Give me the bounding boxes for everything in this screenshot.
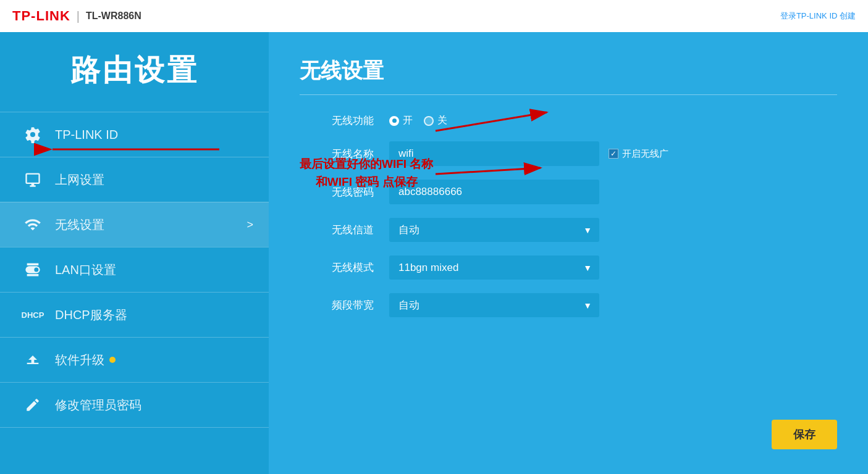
wireless-function-radio-group: 开 关: [389, 114, 447, 127]
sidebar-item-password-label: 修改管理员密码: [55, 397, 141, 414]
layout: 路由设置 TP-LINK ID 上网设置: [0, 32, 868, 474]
wireless-password-row: 无线密码: [300, 180, 837, 204]
wireless-mode-select-wrapper: 11bgn mixed 11b only 11g only 11n only ▼: [389, 256, 599, 280]
wireless-mode-label: 无线模式: [300, 260, 374, 275]
wireless-password-input[interactable]: [389, 180, 599, 204]
wireless-password-label: 无线密码: [300, 185, 374, 199]
sidebar-item-wireless[interactable]: 无线设置 >: [0, 202, 269, 247]
sidebar-item-lan-label: LAN口设置: [55, 262, 116, 278]
wireless-channel-select-wrapper: 自动 1234 5678 910111213 ▼: [389, 218, 599, 242]
wireless-bandwidth-select-wrapper: 自动 20MHz 40MHz ▼: [389, 293, 599, 317]
wifi-icon: [22, 214, 44, 236]
sidebar-item-internet-label: 上网设置: [55, 172, 104, 188]
page-title: 无线设置: [300, 57, 837, 95]
wireless-bandwidth-select[interactable]: 自动 20MHz 40MHz: [389, 293, 599, 317]
wireless-channel-row: 无线信道 自动 1234 5678 910111213 ▼: [300, 218, 837, 242]
header: TP-LINK | TL-WR886N 登录TP-LINK ID 创建: [0, 0, 868, 32]
sidebar-item-internet[interactable]: 上网设置: [0, 157, 269, 202]
wireless-mode-select[interactable]: 11bgn mixed 11b only 11g only 11n only: [389, 256, 599, 280]
wireless-name-label: 无线名称: [300, 147, 374, 161]
wireless-mode-row: 无线模式 11bgn mixed 11b only 11g only 11n o…: [300, 256, 837, 280]
save-button[interactable]: 保存: [772, 420, 837, 449]
radio-on-indicator: [389, 116, 399, 126]
wireless-on-label: 开: [403, 114, 413, 127]
enable-broadcast-label: 开启无线广: [622, 148, 668, 160]
header-account-links[interactable]: 登录TP-LINK ID 创建: [780, 10, 856, 22]
enable-broadcast-checkbox-label[interactable]: ✓ 开启无线广: [609, 148, 668, 160]
header-logo: TP-LINK | TL-WR886N: [12, 8, 141, 24]
logo-brand: TP-LINK: [12, 8, 70, 24]
main-content: 无线设置 无线功能 开 关 无线名称 ✓ 开启无线广: [269, 32, 868, 474]
sidebar-item-dhcp[interactable]: DHCP DHCP服务器: [0, 292, 269, 337]
upgrade-badge: [109, 357, 116, 363]
wireless-function-label: 无线功能: [300, 114, 374, 128]
enable-broadcast-checkbox[interactable]: ✓: [609, 149, 618, 159]
sidebar: 路由设置 TP-LINK ID 上网设置: [0, 32, 269, 474]
wireless-on-option[interactable]: 开: [389, 114, 413, 127]
sidebar-item-upgrade-label: 软件升级: [55, 352, 104, 368]
sidebar-item-upgrade[interactable]: 软件升级: [0, 337, 269, 382]
wireless-function-row: 无线功能 开 关: [300, 114, 837, 128]
logo-divider: |: [77, 9, 80, 23]
gear-icon: [22, 123, 44, 146]
upgrade-icon: [22, 349, 44, 371]
monitor-icon: [22, 168, 44, 191]
dhcp-icon: DHCP: [22, 304, 44, 326]
annotation-overlay: 最后设置好你的WIFI 名称 和WIFI 密码 点保存: [269, 32, 868, 474]
wireless-channel-label: 无线信道: [300, 223, 374, 237]
lan-icon: [22, 259, 44, 281]
wireless-name-input[interactable]: [389, 141, 599, 166]
sidebar-item-tplink-id-label: TP-LINK ID: [55, 128, 118, 142]
wireless-off-option[interactable]: 关: [424, 114, 447, 127]
wireless-name-row: 无线名称 ✓ 开启无线广: [300, 141, 837, 166]
svg-line-3: [436, 168, 541, 174]
pencil-icon: [22, 394, 44, 416]
sidebar-item-password[interactable]: 修改管理员密码: [0, 382, 269, 428]
radio-off-indicator: [424, 116, 434, 126]
chevron-right-icon: >: [246, 218, 253, 231]
sidebar-item-tplink-id[interactable]: TP-LINK ID: [0, 112, 269, 157]
sidebar-item-lan[interactable]: LAN口设置: [0, 247, 269, 292]
sidebar-item-dhcp-label: DHCP服务器: [55, 307, 127, 323]
wireless-channel-select[interactable]: 自动 1234 5678 910111213: [389, 218, 599, 242]
sidebar-item-wireless-label: 无线设置: [55, 217, 104, 233]
wireless-bandwidth-label: 频段带宽: [300, 298, 374, 312]
logo-model: TL-WR886N: [86, 10, 141, 22]
wireless-off-label: 关: [437, 114, 447, 127]
sidebar-title: 路由设置: [0, 51, 269, 90]
wireless-bandwidth-row: 频段带宽 自动 20MHz 40MHz ▼: [300, 293, 837, 317]
